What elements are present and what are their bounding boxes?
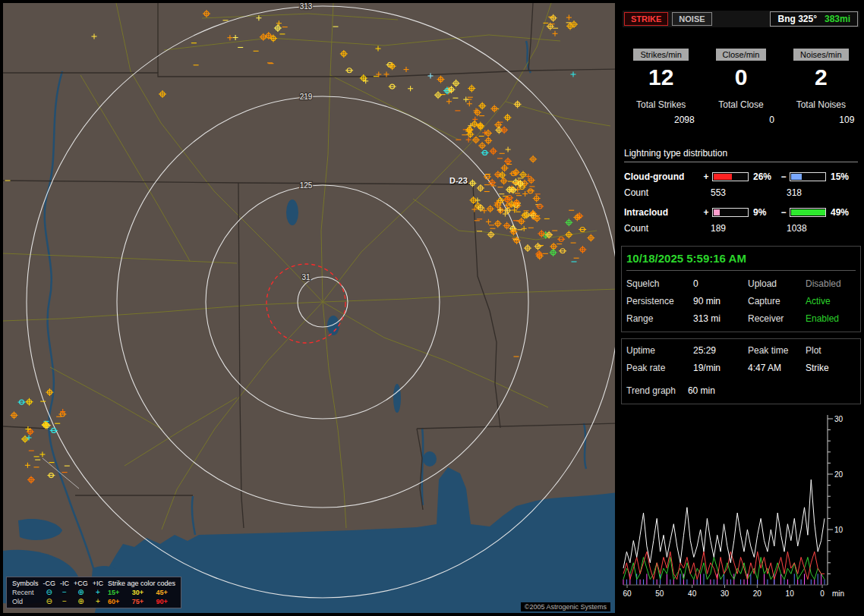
age-code-75: 75+ <box>130 597 154 606</box>
lightning-distribution: Lightning type distribution Cloud-ground… <box>624 148 858 234</box>
peak-time-label: Peak time <box>748 345 806 356</box>
ic-plus-bar-fill <box>714 209 720 215</box>
cg-minus-bar <box>790 172 826 181</box>
svg-text:30: 30 <box>834 415 844 423</box>
plus-sign: + <box>702 171 711 182</box>
intracloud-row: Intracloud + 9% − 49% <box>624 207 858 218</box>
age-code-90: 90+ <box>153 597 178 606</box>
noise-button[interactable]: NOISE <box>672 12 711 26</box>
persistence-label: Persistence <box>626 296 693 306</box>
close-per-min-badge[interactable]: Close/min <box>716 49 767 61</box>
legend-age-header: Strike age color codes <box>106 579 178 588</box>
cg-minus-pct: 15% <box>831 171 856 182</box>
cloud-ground-label: Cloud-ground <box>624 171 702 182</box>
total-strikes-label: Total Strikes <box>621 99 701 110</box>
ic-plus-bar <box>712 208 749 217</box>
intracloud-label: Intracloud <box>624 207 702 218</box>
ic-minus-bar <box>790 208 826 217</box>
cg-minus-bar-fill <box>791 174 802 180</box>
peak-rate-label: Peak rate <box>626 363 693 373</box>
capture-label: Capture <box>748 296 806 306</box>
circle-plus-icon: ⊕ <box>71 597 90 606</box>
map-canvas[interactable]: 31125219313 <box>3 3 615 613</box>
strikes-counter: Strikes/min 12 Total Strikes 2098 <box>621 47 701 125</box>
squelch-label: Squelch <box>626 278 693 289</box>
legend-old-label: Old <box>10 597 41 606</box>
svg-text:min: min <box>832 589 844 598</box>
svg-text:30: 30 <box>721 589 730 598</box>
count-label: Count <box>624 187 711 198</box>
bearing-readout: Bng 325° 383mi <box>770 11 858 27</box>
status-box: 10/18/2025 5:59:16 AM Squelch 0 Upload D… <box>621 246 861 332</box>
cloud-ground-row: Cloud-ground + 26% − 15% <box>624 171 858 182</box>
settings-grid: Squelch 0 Upload Disabled Persistence 90… <box>626 278 856 324</box>
nexstorm-app: { "colors": { "map_land": "#5a5049", "ma… <box>0 0 864 616</box>
legend-type-header-pcg: +CG <box>71 579 90 588</box>
cg-minus-count: 318 <box>787 187 802 198</box>
noises-counter: Noises/min 2 Total Noises 109 <box>781 47 861 125</box>
svg-text:60: 60 <box>623 589 632 598</box>
svg-text:10: 10 <box>786 589 795 598</box>
circle-minus-icon: ⊖ <box>41 588 58 597</box>
strikes-per-min-badge[interactable]: Strikes/min <box>633 49 688 61</box>
close-counter: Close/min 0 Total Close 0 <box>701 47 780 125</box>
cloud-ground-count-row: Count 553 318 <box>624 187 858 198</box>
legend-recent-label: Recent <box>10 588 41 597</box>
plot-label: Plot <box>806 345 856 356</box>
copyright-text: ©2005 Astrogenic Systems <box>521 602 610 611</box>
cg-plus-bar <box>712 172 749 181</box>
rate-counters: Strikes/min 12 Total Strikes 2098 Close/… <box>621 47 861 125</box>
plus-icon: + <box>90 597 106 606</box>
range-label: Range <box>626 313 693 324</box>
trend-window-value[interactable]: 60 min <box>688 385 715 396</box>
strike-button[interactable]: STRIKE <box>624 12 668 26</box>
minus-icon: − <box>58 588 71 597</box>
bearing-value: Bng 325° <box>777 14 816 24</box>
svg-text:20: 20 <box>834 470 844 479</box>
legend-type-header-ncg: -CG <box>41 579 58 588</box>
total-noises-value: 109 <box>787 115 854 125</box>
upload-label: Upload <box>748 278 806 289</box>
storm-cell-label: D-23 <box>449 176 468 185</box>
receiver-label: Receiver <box>748 313 806 324</box>
uptime-value: 25:29 <box>693 345 748 356</box>
svg-text:40: 40 <box>688 589 697 598</box>
svg-text:20: 20 <box>753 589 762 598</box>
map-panel[interactable]: 31125219313 D-23 Symbols -CG -IC +CG +IC… <box>3 3 615 613</box>
close-per-min-value: 0 <box>701 64 780 90</box>
ic-minus-bar-fill <box>791 209 825 215</box>
strikes-per-min-value: 12 <box>621 64 701 90</box>
plus-sign: + <box>702 207 711 218</box>
svg-text:313: 313 <box>300 3 313 11</box>
minus-sign: − <box>779 207 788 218</box>
plot-value[interactable]: Strike <box>806 363 856 373</box>
circle-plus-icon: ⊕ <box>71 588 90 597</box>
uptime-label: Uptime <box>626 345 693 356</box>
svg-text:0: 0 <box>820 589 825 598</box>
persistence-value: 90 min <box>693 296 748 306</box>
mode-bar: STRIKE NOISE Bng 325° 383mi <box>623 11 859 27</box>
age-code-15: 15+ <box>106 588 130 597</box>
ic-plus-count: 189 <box>711 223 787 234</box>
range-value: 313 mi <box>693 313 748 324</box>
distance-value: 383mi <box>825 14 850 24</box>
count-label: Count <box>624 223 711 234</box>
noises-per-min-badge[interactable]: Noises/min <box>793 49 848 61</box>
control-panel: STRIKE NOISE Bng 325° 383mi Strikes/min … <box>621 3 861 613</box>
age-code-60: 60+ <box>106 597 130 606</box>
ic-minus-pct: 49% <box>831 207 856 218</box>
strike-legend: Symbols -CG -IC +CG +IC Strike age color… <box>6 577 181 608</box>
svg-text:10: 10 <box>834 526 844 534</box>
peak-rate-value: 19/min <box>693 363 748 373</box>
datetime-display: 10/18/2025 5:59:16 AM <box>626 251 856 271</box>
peak-time-value: 4:47 AM <box>748 363 806 373</box>
cg-plus-bar-fill <box>714 174 732 180</box>
minus-icon: − <box>58 597 71 606</box>
ic-plus-pct: 9% <box>753 207 779 218</box>
plus-icon: + <box>90 588 106 597</box>
receiver-value: Enabled <box>806 313 856 324</box>
stats-box: Uptime 25:29 Peak time Plot Peak rate 19… <box>621 338 861 404</box>
trend-graph-header: Trend graph 60 min <box>626 385 856 396</box>
legend-symbols-header: Symbols <box>10 579 41 588</box>
intracloud-count-row: Count 189 1038 <box>624 223 858 234</box>
